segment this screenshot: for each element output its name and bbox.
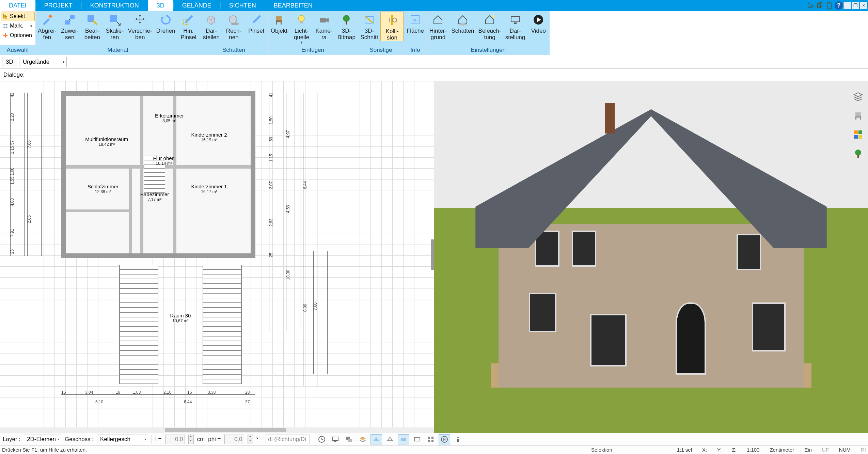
rbtn-kamera[interactable]: Kame- ra [313,12,335,41]
tree3d-icon[interactable] [852,147,865,160]
tab-konstruktion[interactable]: KONSTRUKTION [81,0,148,11]
rbtn-kollision[interactable]: Kolli- sion [380,12,404,41]
plane3-icon[interactable] [398,434,409,444]
l-spinner[interactable]: ▲▼ [188,435,194,444]
chevron-down-icon: ▼ [300,41,303,44]
status-bar: Drücken Sie F1, um Hilfe zu erhalten. Se… [0,445,868,454]
lbl-schatten2: Schatten [451,28,474,34]
chair-icon [270,12,288,27]
rbtn-rechnen[interactable]: Rech- nen [222,12,245,41]
window-restore-icon[interactable]: ❐ [852,2,859,9]
horizontal-scrollbar[interactable] [0,427,434,433]
rbtn-objekt[interactable]: Objekt [268,12,290,34]
help-icon[interactable]: ? [835,1,843,10]
rbtn-pinsel[interactable]: Pinsel [245,12,267,34]
grid-icon[interactable] [425,434,437,444]
info-icon[interactable] [452,434,464,444]
room-kinderzimmer-1: Kinderzimmer 116,17 m² [177,172,241,206]
l-input[interactable]: 0,0 [165,435,185,444]
rbtn-darstellung[interactable]: Dar- stellung [503,12,527,41]
tab-projekt[interactable]: PROJEKT [35,0,81,11]
rbtn-3dschnitt[interactable]: 3D- Schnitt [358,12,380,41]
lbl-darstellen: Dar- stellen [203,28,220,41]
plane4-icon[interactable] [411,434,423,444]
right-palette [850,90,866,160]
tree-icon [337,12,356,27]
clock-icon[interactable] [316,434,328,444]
grouplbl-schatten[interactable]: Schatten [200,45,267,55]
tab-datei[interactable]: DATEI [0,0,35,11]
window-close-icon[interactable]: × [860,2,867,9]
tab-bearbeiten[interactable]: BEARBEITEN [265,0,321,11]
colors-icon[interactable] [852,128,865,141]
grouplbl-einfuegen[interactable]: Einfügen [268,45,358,55]
rbtn-lichtquelle[interactable]: Licht- quelle▼ [290,12,313,44]
rbtn-beleuchtung[interactable]: Beleuch- tung [476,12,503,41]
tools-icon[interactable] [806,1,815,10]
mark-button[interactable]: Mark. ▼ [1,21,35,31]
view-selector-bar: 3D Urgelände ▾ [0,55,868,69]
svg-point-18 [298,15,304,21]
optionen-button[interactable]: Optionen [1,31,35,40]
phi-spinner[interactable]: ▲▼ [248,435,253,444]
tab-sichten[interactable]: SICHTEN [220,0,265,11]
terrain-combo[interactable]: Urgelände ▾ [19,57,67,67]
monitor2-icon[interactable] [330,434,341,444]
phi-input[interactable]: 0,0 [224,435,244,444]
status-ein: Ein [804,447,812,453]
rbtn-schatten2[interactable]: Schatten [449,12,476,34]
rbtn-skalieren[interactable]: Skalie- ren [104,12,126,41]
geschoss-combo[interactable]: Kellergesch▾ [97,435,148,444]
rbtn-3dbitmap[interactable]: 3D- Bitmap [335,12,358,41]
rbtn-video[interactable]: Video [527,12,550,34]
room-schlafzimmer: Schlafzimmer12,38 m² [74,172,132,206]
room-flur-oben: Flur oben10,14 m² [144,153,184,168]
pane-2d[interactable]: 41 2,20 1,15 57 1,55 1,08 4,08 7,91 25 7… [0,81,434,433]
plane2-icon[interactable] [384,434,396,444]
group-auswahl[interactable]: Auswahl [0,45,35,55]
splitter-handle[interactable] [431,239,434,270]
rbtn-darstellen[interactable]: Dar- stellen [200,12,222,41]
rbtn-drehen[interactable]: Drehen [154,12,177,34]
copy-icon[interactable] [816,1,824,10]
grouplbl-einstellungen[interactable]: Einstellungen [427,45,550,55]
svg-point-25 [393,18,397,22]
tab-3d[interactable]: 3D [148,0,173,11]
grouplbl-material[interactable]: Material [36,45,200,55]
cube-icon [202,12,220,27]
view-3d-pill[interactable]: 3D [2,57,17,67]
selekt-button[interactable]: Selekt [1,12,35,21]
lbl-objekt: Objekt [271,28,287,34]
section-icon [360,12,378,27]
pane-3d[interactable] [434,81,868,433]
scroll-thumb[interactable] [165,428,286,432]
plane1-icon[interactable] [370,434,382,444]
bottom-icons: N [316,434,464,444]
dl-input[interactable]: dl (Richtung/Di [266,435,310,444]
floor-plan[interactable]: Erkerzimmer8,05 m²Kinderzimmer 216,19 m²… [61,91,255,258]
layers-icon[interactable] [852,90,865,103]
doc-icon[interactable] [825,1,834,10]
layers2-icon[interactable] [357,434,368,444]
svg-point-28 [459,24,467,26]
grouplbl-info[interactable]: Info [404,45,426,55]
window-minimize-icon[interactable]: – [843,2,851,9]
status-y: Y: [717,447,722,453]
rbtn-hinpinsel[interactable]: Hin. Pinsel [177,12,200,41]
rbtn-bearbeiten[interactable]: Bear- beiten [81,12,104,41]
rbtn-hintergrund[interactable]: Hinter- grund [427,12,449,41]
tab-gelaende[interactable]: GELÄNDE [173,0,220,11]
furniture-icon[interactable] [852,109,865,122]
rbtn-zuweisen[interactable]: Zuwei- sen [59,12,81,41]
chevron-down-icon: ▾ [63,60,64,64]
rbtn-flaeche[interactable]: m²Fläche [404,12,426,34]
svg-rect-34 [855,116,861,118]
north-icon[interactable]: N [439,434,450,444]
rbtn-abgreifen[interactable]: Abgrei- fen [36,12,59,41]
rbtn-verschieben[interactable]: Verschie- ben [126,12,154,41]
svg-rect-16 [276,22,277,25]
grouplbl-sonstige[interactable]: Sonstige [358,45,404,55]
group-schatten: Dar- stellen Rech- nen Pinsel Schatten [200,11,267,55]
stack-icon[interactable] [343,434,355,444]
layer-combo[interactable]: 2D-Elemen▾ [24,435,61,444]
